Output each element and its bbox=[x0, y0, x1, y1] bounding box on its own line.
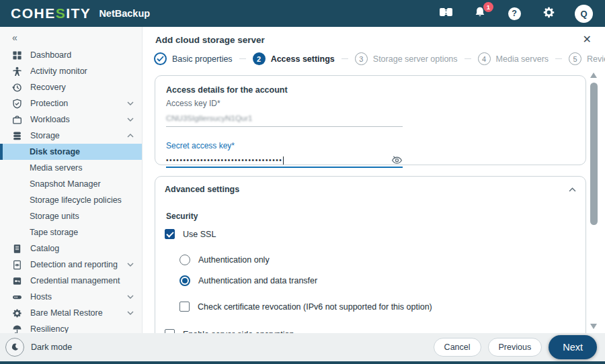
sidebar-item-disk-storage[interactable]: Disk storage bbox=[0, 144, 142, 160]
sidebar-item-label: Catalog bbox=[30, 244, 134, 253]
wizard-title: Add cloud storage server bbox=[155, 35, 265, 45]
chevron-down-icon bbox=[127, 295, 134, 299]
sidebar-item-label: Hosts bbox=[30, 292, 127, 302]
step-storage-server-options[interactable]: 3 Storage server options bbox=[355, 52, 458, 65]
sidebar-item-credential-management[interactable]: Credential management bbox=[0, 273, 142, 289]
notifications-button[interactable]: 1 bbox=[472, 5, 488, 21]
sidebar-item-bare-metal-restore[interactable]: Bare Metal Restore bbox=[0, 305, 142, 321]
brand-post: ITY bbox=[66, 5, 91, 21]
show-password-button[interactable] bbox=[391, 155, 403, 165]
use-ssl-label: Use SSL bbox=[183, 230, 216, 239]
step-complete-check-icon bbox=[154, 52, 167, 65]
sidebar-item-label: Tape storage bbox=[30, 228, 134, 237]
moon-icon bbox=[5, 338, 24, 357]
sidebar-item-label: Storage units bbox=[30, 212, 134, 221]
cancel-button[interactable]: Cancel bbox=[434, 338, 481, 357]
use-ssl-row: Use SSL bbox=[165, 229, 576, 239]
secret-access-key-value: •••••••••••••••••••••••••••••••••• bbox=[166, 156, 282, 164]
step-number: 4 bbox=[478, 52, 491, 65]
sidebar-item-storage-units[interactable]: Storage units bbox=[0, 208, 142, 224]
advanced-settings-card: Advanced settings Security Use SSL Authe… bbox=[155, 176, 586, 333]
catalog-book-icon bbox=[11, 243, 22, 254]
sidebar-item-label: Dashboard bbox=[30, 50, 134, 60]
activity-monitor-icon bbox=[11, 66, 22, 77]
access-key-id-input[interactable]: CNU3SIgIlersucyN1Qur1 bbox=[166, 108, 403, 127]
sidebar-item-catalog[interactable]: Catalog bbox=[0, 240, 142, 257]
scrollbar-up-arrow[interactable] bbox=[590, 73, 597, 78]
scrollbar-thumb[interactable] bbox=[590, 83, 598, 225]
step-label: Access settings bbox=[271, 54, 335, 64]
eye-icon bbox=[391, 155, 403, 165]
cohesity-logo[interactable]: COHESITY bbox=[11, 5, 91, 21]
sidebar-item-label: Detection and reporting bbox=[30, 260, 127, 269]
help-button[interactable]: ? bbox=[506, 5, 522, 21]
step-access-settings[interactable]: 2 Access settings bbox=[253, 52, 335, 65]
step-basic-properties[interactable]: Basic properties bbox=[154, 52, 233, 65]
license-ticket-button[interactable] bbox=[438, 5, 454, 21]
sidebar-item-label: Workloads bbox=[30, 115, 127, 124]
access-key-id-value: CNU3SIgIlersucyN1Qur1 bbox=[166, 114, 252, 122]
brand-pre: COHE bbox=[11, 5, 56, 21]
collapse-section-button[interactable] bbox=[569, 187, 576, 192]
check-certificate-revocation-checkbox[interactable] bbox=[179, 302, 190, 312]
sidebar-item-label: Resiliency bbox=[30, 324, 134, 333]
sidebar-item-label: Protection bbox=[30, 99, 127, 108]
sidebar-item-storage-lifecycle-policies[interactable]: Storage lifecycle policies bbox=[0, 192, 142, 208]
access-details-title: Access details for the account bbox=[166, 85, 575, 95]
check-cert-row: Check certificate revocation (IPv6 not s… bbox=[179, 302, 576, 312]
hosts-server-icon bbox=[11, 291, 22, 302]
authentication-only-radio[interactable] bbox=[179, 255, 190, 265]
chevron-down-icon bbox=[127, 118, 134, 122]
footer-buttons: Cancel Previous Next bbox=[434, 335, 597, 359]
sidebar-item-media-servers[interactable]: Media servers bbox=[0, 160, 142, 176]
sidebar-item-tape-storage[interactable]: Tape storage bbox=[0, 224, 142, 240]
step-connector bbox=[465, 58, 471, 59]
step-media-servers[interactable]: 4 Media servers bbox=[478, 52, 549, 65]
step-connector bbox=[341, 58, 348, 59]
sidebar-item-label: Snapshot Manager bbox=[30, 179, 134, 189]
sidebar-item-label: Credential management bbox=[30, 276, 134, 285]
sidebar-collapse-button[interactable]: « bbox=[12, 32, 26, 44]
sidebar-item-hosts[interactable]: Hosts bbox=[0, 289, 142, 305]
access-details-card: Access details for the account Access ke… bbox=[155, 75, 586, 165]
ticket-icon bbox=[439, 7, 453, 20]
chevron-up-icon bbox=[127, 134, 134, 138]
scrollbar-down-arrow[interactable] bbox=[590, 324, 597, 329]
step-label: Review bbox=[587, 54, 605, 64]
step-connector bbox=[555, 58, 562, 59]
settings-button[interactable] bbox=[540, 5, 557, 21]
sidebar-item-snapshot-manager[interactable]: Snapshot Manager bbox=[0, 176, 142, 192]
dark-mode-label: Dark mode bbox=[31, 343, 72, 352]
sidebar-item-label: Disk storage bbox=[30, 147, 134, 156]
step-review[interactable]: 5 Review bbox=[569, 52, 605, 65]
umbrella-icon bbox=[11, 324, 22, 333]
credential-key-icon bbox=[11, 275, 22, 286]
dashboard-icon bbox=[11, 50, 22, 60]
wizard-content: Access details for the account Access ke… bbox=[143, 70, 605, 333]
sidebar-item-detection-and-reporting[interactable]: Detection and reporting bbox=[0, 257, 142, 273]
sidebar-item-resiliency[interactable]: Resiliency bbox=[0, 321, 142, 333]
previous-button[interactable]: Previous bbox=[488, 338, 542, 357]
close-icon[interactable]: ✕ bbox=[583, 34, 592, 45]
authentication-and-data-transfer-label: Authentication and data transfer bbox=[198, 276, 317, 285]
use-ssl-checkbox[interactable] bbox=[165, 229, 175, 239]
sidebar-item-recovery[interactable]: Recovery bbox=[0, 79, 142, 95]
authentication-and-data-transfer-radio[interactable] bbox=[179, 275, 190, 286]
authentication-only-label: Authentication only bbox=[198, 255, 270, 265]
security-section-label: Security bbox=[166, 212, 576, 221]
step-label: Media servers bbox=[496, 54, 549, 64]
sidebar-item-protection[interactable]: Protection bbox=[0, 95, 142, 111]
secret-access-key-input[interactable]: •••••••••••••••••••••••••••••••••• bbox=[166, 152, 403, 168]
sidebar-item-workloads[interactable]: Workloads bbox=[0, 111, 142, 128]
step-label: Storage server options bbox=[373, 54, 458, 64]
user-avatar[interactable]: Q bbox=[575, 5, 593, 23]
report-eye-icon bbox=[11, 259, 22, 270]
sidebar-item-label: Storage lifecycle policies bbox=[30, 195, 134, 205]
sidebar-item-storage[interactable]: Storage bbox=[0, 128, 142, 144]
step-number: 5 bbox=[569, 52, 581, 65]
next-button[interactable]: Next bbox=[549, 335, 597, 359]
sidebar-item-dashboard[interactable]: Dashboard bbox=[0, 47, 142, 63]
product-name: NetBackup bbox=[99, 8, 150, 19]
sidebar-item-activity-monitor[interactable]: Activity monitor bbox=[0, 63, 142, 79]
dark-mode-toggle[interactable]: Dark mode bbox=[5, 338, 72, 357]
